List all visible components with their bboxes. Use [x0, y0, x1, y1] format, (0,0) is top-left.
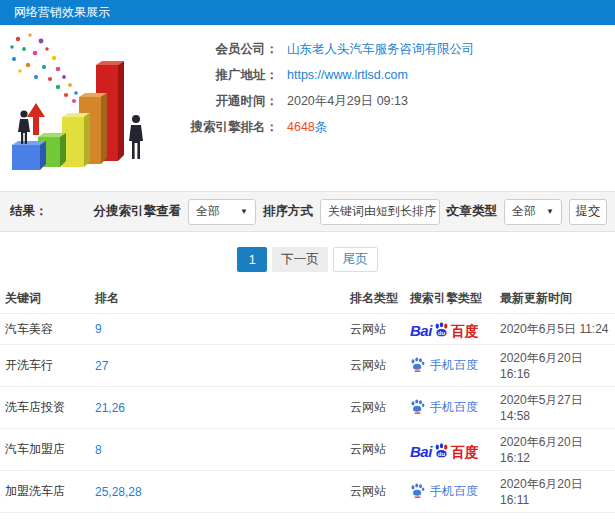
- rank-count-label: 搜索引擎排名：: [178, 119, 278, 136]
- baidu-bai-text: Bai: [410, 444, 432, 459]
- bar-yellow: [62, 113, 90, 167]
- svg-text:du: du: [438, 450, 446, 456]
- company-link[interactable]: 山东老人头汽车服务咨询有限公司: [287, 42, 475, 56]
- baidu-logo: Bai du 百度: [410, 319, 479, 338]
- table-row: 加盟洗车店 25,28,28 云网站 Bai du 百度: [0, 471, 615, 513]
- table-row: 开洗车行 27 云网站 Bai du 百度: [0, 345, 615, 387]
- promotion-url-link[interactable]: https://www.lrtlsd.com: [287, 68, 408, 82]
- opened-row: 开通时间： 2020年4月29日 09:13: [178, 88, 615, 114]
- header-rank: 排名: [90, 284, 345, 314]
- keyword-cell: 洗车店投资: [0, 387, 90, 429]
- mobile-baidu-text: 手机百度: [430, 357, 478, 374]
- sort-select-value: 关键词由短到长排序: [328, 203, 436, 220]
- table-body: 汽车美容 9 云网站 Bai du 百度: [0, 314, 615, 520]
- confetti-dots: [10, 33, 83, 103]
- baidu-logo: Bai du 百度: [410, 440, 479, 459]
- header-rank-type: 排名类型: [345, 284, 405, 314]
- page-title: 网络营销效果展示: [14, 4, 110, 21]
- header-keyword: 关键词: [0, 284, 90, 314]
- opened-label: 开通时间：: [178, 93, 278, 110]
- article-type-select[interactable]: 全部 ▼: [504, 199, 562, 225]
- bar-chart-growth-graphic: [0, 25, 178, 191]
- baidu-paw-icon: du: [433, 321, 450, 340]
- url-label: 推广地址：: [178, 67, 278, 84]
- engine-filter-label: 分搜索引擎查看: [94, 203, 182, 220]
- mobile-baidu-paw-icon: [410, 398, 425, 417]
- mobile-baidu-paw-icon: [410, 356, 425, 375]
- rank-count-number: 4648: [287, 120, 315, 134]
- svg-text:du: du: [438, 330, 446, 336]
- rank-link[interactable]: 27: [95, 359, 108, 373]
- results-table: 关键词 排名 排名类型 搜索引擎类型 最新更新时间 汽车美容 9 云网站 Bai…: [0, 284, 615, 520]
- rank-link[interactable]: 21,26: [95, 401, 125, 415]
- growth-chart-illustration: [0, 25, 178, 191]
- rank-type-cell: 云网站: [345, 314, 405, 345]
- filter-bar: 结果： 分搜索引擎查看 全部 ▼ 排序方式 关键词由短到长排序 ▼ 文章类型 全…: [0, 191, 615, 232]
- company-label: 会员公司：: [178, 41, 278, 58]
- rank-link[interactable]: 25,28,28: [95, 485, 142, 499]
- rank-type-cell: 云网站: [345, 471, 405, 513]
- chevron-down-icon: ▼: [232, 207, 248, 216]
- header-engine-type: 搜索引擎类型: [405, 284, 495, 314]
- mobile-baidu-text: 手机百度: [430, 399, 478, 416]
- article-type-label: 文章类型: [447, 203, 497, 220]
- baidu-cn-text: 百度: [451, 445, 479, 459]
- keyword-cell: 开洗车行: [0, 345, 90, 387]
- rank-link[interactable]: 8: [95, 443, 102, 457]
- header-bar: 网络营销效果展示: [0, 0, 615, 25]
- rank-type-cell: 云网站: [345, 513, 405, 520]
- table-row: 汽车美容 9 云网站 Bai du 百度: [0, 314, 615, 345]
- updated-cell: 2020年5月27日 14:58: [495, 387, 615, 429]
- baidu-bai-text: Bai: [410, 323, 432, 338]
- opened-value: 2020年4月29日 09:13: [287, 93, 408, 110]
- rank-count-row: 搜索引擎排名： 4648条: [178, 114, 615, 140]
- rank-type-cell: 云网站: [345, 429, 405, 471]
- rank-type-cell: 云网站: [345, 387, 405, 429]
- article-select-value: 全部: [512, 203, 536, 220]
- baidu-paw-icon: du: [433, 442, 450, 461]
- keyword-cell: 汽车美容: [0, 314, 90, 345]
- mobile-baidu-logo: 手机百度: [410, 482, 478, 501]
- sort-select[interactable]: 关键词由短到长排序 ▼: [320, 199, 440, 225]
- table-row: 汽车加盟店 8 云网站 Bai du 百度: [0, 429, 615, 471]
- table-row: 洗车店投资 21,26 云网站 Bai du 百度: [0, 387, 615, 429]
- mobile-baidu-logo: 手机百度: [410, 398, 478, 417]
- updated-cell: 2020年6月20日 16:12: [495, 513, 615, 520]
- submit-button[interactable]: 提交: [569, 199, 607, 225]
- header-updated: 最新更新时间: [495, 284, 615, 314]
- company-row: 会员公司： 山东老人头汽车服务咨询有限公司: [178, 36, 615, 62]
- keyword-cell: 汽车加盟店: [0, 429, 90, 471]
- chevron-down-icon: ▼: [538, 207, 554, 216]
- page-current[interactable]: 1: [237, 247, 267, 272]
- rank-count-unit[interactable]: 条: [315, 120, 328, 134]
- rank-link[interactable]: 9: [95, 322, 102, 336]
- sort-filter-label: 排序方式: [263, 203, 313, 220]
- company-info-panel: 会员公司： 山东老人头汽车服务咨询有限公司 推广地址： https://www.…: [178, 25, 615, 191]
- baidu-cn-text: 百度: [451, 324, 479, 338]
- keyword-cell: 加盟洗车店: [0, 471, 90, 513]
- keyword-cell: 洗车赚钱吗: [0, 513, 90, 520]
- engine-select[interactable]: 全部 ▼: [188, 199, 256, 225]
- updated-cell: 2020年6月20日 16:11: [495, 471, 615, 513]
- updated-cell: 2020年6月20日 16:16: [495, 345, 615, 387]
- figure-right: [129, 115, 143, 159]
- engine-select-value: 全部: [196, 203, 220, 220]
- bar-blue: [12, 141, 46, 170]
- url-row: 推广地址： https://www.lrtlsd.com: [178, 62, 615, 88]
- rank-type-cell: 云网站: [345, 345, 405, 387]
- result-label: 结果：: [10, 203, 48, 220]
- page-next-button[interactable]: 下一页: [272, 247, 328, 272]
- pagination: 1 下一页 尾页: [0, 247, 615, 272]
- mobile-baidu-logo: 手机百度: [410, 356, 478, 375]
- updated-cell: 2020年6月20日 16:12: [495, 429, 615, 471]
- mobile-baidu-text: 手机百度: [430, 483, 478, 500]
- table-header-row: 关键词 排名 排名类型 搜索引擎类型 最新更新时间: [0, 284, 615, 314]
- mobile-baidu-paw-icon: [410, 482, 425, 501]
- updated-cell: 2020年6月5日 11:24: [495, 314, 615, 345]
- filter-controls: 分搜索引擎查看 全部 ▼ 排序方式 关键词由短到长排序 ▼ 文章类型 全部 ▼ …: [94, 199, 608, 225]
- page-last-button[interactable]: 尾页: [333, 247, 378, 272]
- table-row: 洗车赚钱吗 30 云网站 Bai du 百度: [0, 513, 615, 520]
- hero-section: 会员公司： 山东老人头汽车服务咨询有限公司 推广地址： https://www.…: [0, 25, 615, 191]
